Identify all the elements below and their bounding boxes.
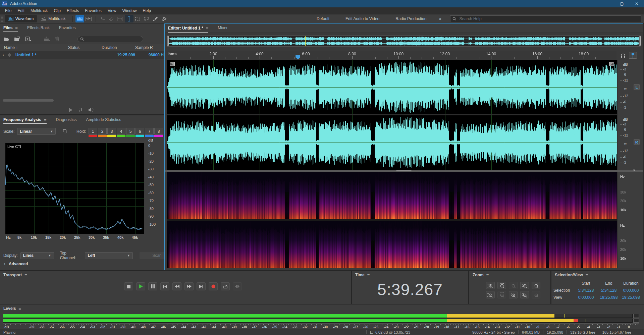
selection-view-value[interactable]: 19:25.098: [620, 295, 642, 300]
menu-window[interactable]: Window: [119, 8, 140, 13]
channel-badge-r[interactable]: R: [634, 139, 640, 145]
column-header-duration[interactable]: Duration: [102, 45, 135, 50]
clip-gain-icon[interactable]: [170, 62, 175, 66]
menu-clip[interactable]: Clip: [51, 8, 64, 13]
time-display[interactable]: 5:39.267: [352, 280, 468, 299]
scale-dropdown[interactable]: Linear▼: [17, 128, 56, 135]
workspace-default[interactable]: Default: [309, 16, 337, 21]
expand-chevron-icon[interactable]: ›: [3, 53, 4, 57]
waveform-display-toggle[interactable]: [84, 15, 93, 22]
razor-tool[interactable]: [107, 15, 116, 22]
workspace-overflow-icon[interactable]: »: [434, 16, 446, 21]
panel-menu-icon[interactable]: ≡: [18, 306, 21, 311]
zoom-reset-button[interactable]: [509, 282, 518, 289]
tab-files[interactable]: Files≡: [3, 25, 18, 31]
spectral-frequency-scale[interactable]: Hz30k20k10kHz30k20k10k: [617, 172, 643, 268]
trash-icon[interactable]: [55, 37, 59, 41]
menu-favorites[interactable]: Favorites: [82, 8, 105, 13]
menu-effects[interactable]: Effects: [64, 8, 82, 13]
tab-diagnostics[interactable]: Diagnostics: [56, 117, 77, 123]
waveform-display[interactable]: [167, 60, 617, 170]
loop-playback-button[interactable]: [221, 282, 230, 290]
ibeam-tool[interactable]: [125, 15, 133, 22]
pause-button[interactable]: [148, 282, 157, 290]
hold-button-5[interactable]: 5: [126, 128, 135, 135]
tab-editor-untitled-1-[interactable]: Editor: Untitled 1 *≡: [168, 25, 208, 31]
insert-into-multitrack-icon[interactable]: [44, 37, 50, 41]
play-button[interactable]: [136, 282, 145, 290]
zoom-out-full-button[interactable]: [532, 291, 540, 298]
zoom-in-horizontal-button[interactable]: [497, 282, 506, 289]
selection-view-value[interactable]: 0:00.000: [620, 288, 642, 293]
hold-button-4[interactable]: 4: [117, 128, 125, 135]
spot-healing-brush-tool[interactable]: [160, 15, 168, 22]
panel-menu-icon[interactable]: ≡: [486, 273, 489, 278]
column-header-name[interactable]: Name ↑: [4, 45, 68, 50]
hold-button-2[interactable]: 2: [98, 128, 107, 135]
hold-button-8[interactable]: 8: [154, 128, 163, 135]
selection-view-value[interactable]: 19:25.098: [598, 295, 620, 300]
skip-to-start-button[interactable]: [160, 282, 169, 290]
time-selection-tool[interactable]: [116, 15, 125, 22]
files-search-box[interactable]: [77, 36, 143, 42]
overview-left-handle[interactable]: [167, 36, 169, 46]
menu-edit[interactable]: Edit: [14, 8, 28, 13]
tab-amplitude-statistics[interactable]: Amplitude Statistics: [86, 117, 121, 123]
menu-file[interactable]: File: [2, 8, 14, 13]
maximize-icon[interactable]: ▢: [614, 0, 629, 7]
lasso-selection-tool[interactable]: [142, 15, 151, 22]
panel-menu-icon[interactable]: ≡: [586, 273, 588, 278]
marquee-selection-tool[interactable]: [133, 15, 142, 22]
zoom-history-button[interactable]: [532, 282, 540, 289]
channel-badge-l[interactable]: L: [634, 84, 640, 90]
level-meters[interactable]: [3, 314, 639, 323]
panel-menu-icon[interactable]: ≡: [24, 273, 27, 278]
pin-playhead-button[interactable]: [629, 52, 637, 59]
selection-view-value[interactable]: 5:34.128: [574, 288, 598, 293]
preview-play-icon[interactable]: [69, 108, 72, 112]
stop-button[interactable]: [124, 282, 133, 290]
tab-frequency-analysis[interactable]: Frequency Analysis≡: [3, 117, 47, 123]
toolbar-grip[interactable]: [1, 16, 3, 22]
skip-selection-button[interactable]: [233, 282, 242, 290]
overview-navigator[interactable]: [167, 35, 641, 47]
panel-menu-icon[interactable]: ≡: [15, 25, 18, 30]
waveform-view-button[interactable]: Waveform: [5, 15, 37, 22]
tab-favorites[interactable]: Favorites: [59, 25, 75, 31]
waveform-spectral-splitter[interactable]: [165, 170, 643, 172]
timeline-ruler[interactable]: hms 2:004:006:008:0010:0012:0014:0016:00…: [167, 51, 616, 59]
overview-right-handle[interactable]: [639, 36, 641, 46]
zoom-out-horizontal-button[interactable]: [497, 291, 506, 298]
zoom-in-at-out-point-button[interactable]: [509, 291, 518, 298]
selection-view-value[interactable]: 0:00.000: [574, 295, 598, 300]
hold-button-7[interactable]: 7: [145, 128, 154, 135]
zoom-in-vertical-button[interactable]: [486, 282, 495, 289]
top-channel-dropdown[interactable]: Left▼: [85, 252, 132, 259]
panel-menu-icon[interactable]: ≡: [206, 25, 209, 31]
hold-button-6[interactable]: 6: [136, 128, 144, 135]
paintbrush-tool[interactable]: [151, 15, 160, 22]
minimize-icon[interactable]: —: [600, 0, 614, 7]
spectral-display-toggle[interactable]: [75, 15, 84, 22]
advanced-disclosure[interactable]: › Advanced: [4, 262, 28, 266]
close-icon[interactable]: ✕: [629, 0, 644, 7]
spectral-display[interactable]: [167, 172, 617, 268]
waveform-amplitude-scale[interactable]: dB-3-6-12-∞-12-6-3LdB-3-6-12-∞-12-6-3R: [617, 60, 643, 170]
import-file-icon[interactable]: [14, 37, 20, 41]
menu-view[interactable]: View: [105, 8, 119, 13]
column-header-sample-r[interactable]: Sample R: [135, 45, 164, 50]
multitrack-view-button[interactable]: Multitrack: [38, 15, 69, 22]
auto-play-speaker-icon[interactable]: [88, 108, 94, 112]
open-file-icon[interactable]: [3, 37, 9, 41]
record-button[interactable]: [209, 282, 218, 290]
copy-snapshot-icon[interactable]: [63, 129, 68, 134]
help-search[interactable]: [450, 15, 641, 22]
hold-button-3[interactable]: 3: [107, 128, 116, 135]
tab-mixer[interactable]: Mixer: [218, 25, 227, 31]
workspace-edit-audio-to-video[interactable]: Edit Audio to Video: [337, 16, 387, 21]
move-tool[interactable]: [99, 15, 107, 22]
monitor-headphones-button[interactable]: [619, 52, 627, 59]
fast-forward-button[interactable]: [184, 282, 194, 290]
playhead-marker-icon[interactable]: [296, 55, 300, 59]
zoom-out-vertical-button[interactable]: [486, 291, 495, 298]
